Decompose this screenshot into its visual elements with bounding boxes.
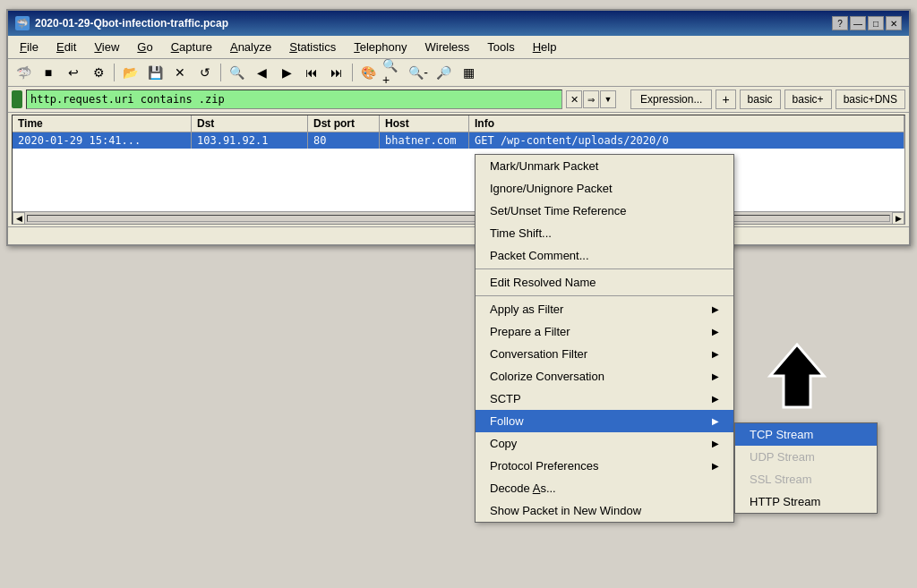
- help-btn[interactable]: ?: [832, 16, 848, 30]
- toolbar-coloring-btn[interactable]: 🎨: [356, 62, 380, 83]
- submenu-udp-stream: UDP Stream: [735, 446, 877, 468]
- toolbar-sep-1: [114, 64, 115, 81]
- ctx-time-reference[interactable]: Set/Unset Time Reference: [476, 200, 733, 222]
- col-header-info: Info: [469, 115, 904, 132]
- ctx-sep-2: [476, 295, 733, 296]
- title-bar: 🦈 2020-01-29-Qbot-infection-traffic.pcap…: [8, 11, 909, 36]
- ctx-colorize-conversation-label: Colorize Conversation: [490, 370, 604, 383]
- ctx-time-shift[interactable]: Time Shift...: [476, 222, 733, 244]
- filter-plus-btn[interactable]: +: [716, 89, 735, 109]
- filter-input[interactable]: [26, 89, 562, 109]
- toolbar-options-btn[interactable]: ⚙: [87, 62, 110, 83]
- menu-edit[interactable]: Edit: [48, 38, 84, 56]
- filter-dropdown-btn[interactable]: ▼: [600, 90, 616, 108]
- ctx-colorize-conversation[interactable]: Colorize Conversation ▶: [476, 365, 733, 388]
- minimize-btn[interactable]: —: [850, 16, 866, 30]
- ctx-prepare-filter[interactable]: Prepare a Filter ▶: [476, 320, 733, 343]
- toolbar-zoom-out-btn[interactable]: 🔍-: [407, 62, 430, 83]
- filter-clear-btn[interactable]: ✕: [566, 90, 582, 108]
- scroll-right-btn[interactable]: ▶: [892, 212, 904, 225]
- ctx-packet-comment-label: Packet Comment...: [490, 249, 589, 262]
- menu-statistics[interactable]: Statistics: [281, 38, 344, 56]
- filter-bar: ✕ ⇒ ▼ Expression... + basic basic+ basic…: [8, 87, 909, 113]
- maximize-btn[interactable]: □: [868, 16, 884, 30]
- toolbar-stop-btn[interactable]: ■: [37, 62, 60, 83]
- cell-info: GET /wp-content/uploads/2020/0: [469, 132, 904, 149]
- toolbar-zoom-normal-btn[interactable]: 🔎: [432, 62, 455, 83]
- menu-file[interactable]: File: [12, 38, 47, 56]
- svg-marker-0: [770, 345, 824, 407]
- toolbar-back-btn[interactable]: ◀: [250, 62, 273, 83]
- menu-wireless[interactable]: Wireless: [417, 38, 478, 56]
- col-header-host: Host: [380, 115, 469, 132]
- menu-go[interactable]: Go: [129, 38, 160, 56]
- filter-clear-controls: ✕ ⇒ ▼: [566, 90, 616, 108]
- scroll-left-btn[interactable]: ◀: [13, 212, 25, 225]
- menu-telephony[interactable]: Telephony: [346, 38, 415, 56]
- ctx-follow-arrow: ▶: [712, 416, 719, 426]
- toolbar-open-btn[interactable]: 📂: [118, 62, 141, 83]
- toolbar-find-btn[interactable]: 🔍: [225, 62, 248, 83]
- submenu-ssl-stream: SSL Stream: [735, 468, 877, 490]
- ctx-conversation-filter-arrow: ▶: [712, 349, 719, 359]
- packet-list-container: Time Dst Dst port Host Info 2020-01-29 1…: [12, 115, 905, 225]
- cell-time: 2020-01-29 15:41...: [13, 132, 192, 149]
- ctx-show-packet-new-window[interactable]: Show Packet in New Window: [476, 499, 733, 522]
- ctx-ignore-unignore[interactable]: Ignore/Unignore Packet: [476, 177, 733, 200]
- menu-tools[interactable]: Tools: [479, 38, 522, 56]
- ctx-edit-resolved[interactable]: Edit Resolved Name: [476, 271, 733, 294]
- ctx-copy[interactable]: Copy ▶: [476, 432, 733, 455]
- ctx-conversation-filter-label: Conversation Filter: [490, 347, 587, 361]
- packet-list-header: Time Dst Dst port Host Info: [13, 115, 904, 132]
- toolbar-restart-btn[interactable]: ↩: [62, 62, 85, 83]
- ctx-edit-resolved-label: Edit Resolved Name: [490, 276, 596, 289]
- ctx-show-packet-new-window-label: Show Packet in New Window: [490, 504, 641, 517]
- ctx-sctp-label: SCTP: [490, 392, 521, 405]
- ctx-sctp[interactable]: SCTP ▶: [476, 388, 733, 410]
- filter-arrow-btn[interactable]: ⇒: [583, 90, 599, 108]
- menu-analyze[interactable]: Analyze: [222, 38, 279, 56]
- ctx-decode-as-label: Decode As...: [490, 481, 556, 495]
- ctx-decode-as[interactable]: Decode As...: [476, 477, 733, 499]
- menu-help[interactable]: Help: [525, 38, 565, 56]
- ctx-time-reference-label: Set/Unset Time Reference: [490, 204, 626, 217]
- horizontal-scrollbar[interactable]: ◀ ▶: [13, 211, 904, 224]
- menu-bar: File Edit View Go Capture Analyze Statis…: [8, 36, 909, 59]
- toolbar-last-btn[interactable]: ⏭: [325, 62, 348, 83]
- toolbar-reload-btn[interactable]: ↺: [193, 62, 217, 83]
- ctx-follow-label: Follow: [490, 414, 524, 428]
- ctx-mark-unmark[interactable]: Mark/Unmark Packet: [476, 155, 733, 177]
- ctx-protocol-prefs[interactable]: Protocol Preferences ▶: [476, 455, 733, 477]
- toolbar-sep-2: [220, 64, 221, 81]
- scroll-track[interactable]: [27, 215, 890, 222]
- menu-capture[interactable]: Capture: [163, 38, 220, 56]
- ctx-conversation-filter[interactable]: Conversation Filter ▶: [476, 343, 733, 365]
- filter-tag-basic[interactable]: basic: [740, 89, 781, 109]
- ctx-sep-1: [476, 268, 733, 269]
- toolbar-resize-btn[interactable]: ▦: [457, 62, 480, 83]
- table-row[interactable]: 2020-01-29 15:41... 103.91.92.1 80 bhatn…: [13, 132, 904, 149]
- close-btn[interactable]: ✕: [886, 16, 902, 30]
- submenu-tcp-stream[interactable]: TCP Stream: [735, 423, 877, 446]
- toolbar-fwd-btn[interactable]: ▶: [275, 62, 298, 83]
- filter-tag-basic-plus[interactable]: basic+: [784, 89, 832, 109]
- toolbar-shark-btn[interactable]: 🦈: [12, 62, 35, 83]
- filter-expression-btn[interactable]: Expression...: [630, 89, 712, 109]
- menu-view[interactable]: View: [86, 38, 127, 56]
- main-window: 🦈 2020-01-29-Qbot-infection-traffic.pcap…: [6, 9, 911, 246]
- toolbar-save-btn[interactable]: 💾: [143, 62, 167, 83]
- toolbar-close-btn[interactable]: ✕: [168, 62, 192, 83]
- col-header-dst: Dst: [192, 115, 308, 132]
- toolbar-zoom-in-btn[interactable]: 🔍+: [381, 62, 405, 83]
- submenu-http-stream[interactable]: HTTP Stream: [735, 490, 877, 513]
- ctx-packet-comment[interactable]: Packet Comment...: [476, 244, 733, 267]
- arrow-annotation: [761, 340, 833, 414]
- cell-dstport: 80: [308, 132, 380, 149]
- ctx-mark-unmark-label: Mark/Unmark Packet: [490, 159, 598, 173]
- toolbar-first-btn[interactable]: ⏮: [300, 62, 323, 83]
- filter-tag-basic-dns[interactable]: basic+DNS: [836, 89, 905, 109]
- filter-indicator: [12, 90, 22, 108]
- ctx-apply-filter[interactable]: Apply as Filter ▶: [476, 298, 733, 320]
- ctx-follow[interactable]: Follow ▶: [476, 410, 733, 432]
- window-controls: ? — □ ✕: [832, 16, 902, 30]
